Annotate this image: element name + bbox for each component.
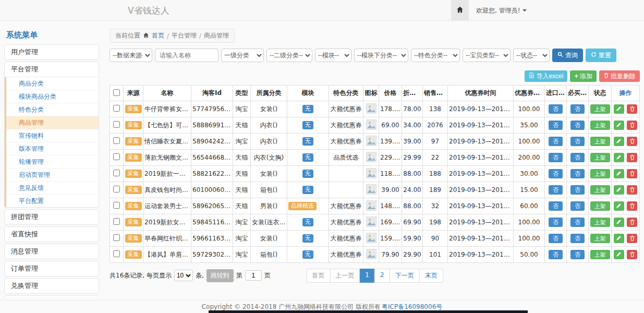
status-toggle[interactable]: 上架: [590, 250, 610, 259]
status-toggle[interactable]: 上架: [590, 185, 610, 195]
edit-button[interactable]: [614, 169, 624, 178]
must-buy-toggle[interactable]: 否: [570, 153, 585, 162]
edit-button[interactable]: [614, 185, 624, 195]
filter-select-8[interactable]: --状态--: [513, 49, 550, 62]
must-buy-toggle[interactable]: 否: [570, 121, 585, 130]
delete-button[interactable]: [627, 218, 637, 227]
breadcrumb-home-link[interactable]: 首页: [152, 31, 164, 40]
sidebar-group-item[interactable]: 兑换管理: [5, 279, 99, 293]
row-checkbox[interactable]: [113, 121, 120, 128]
filter-select-7[interactable]: --宝贝类型--: [463, 49, 511, 62]
sidebar-group-item[interactable]: 拼团管理: [5, 210, 99, 224]
filter-select-6[interactable]: --特色分类--: [411, 49, 460, 62]
edit-button[interactable]: [614, 121, 624, 130]
pagination-button[interactable]: 首页: [306, 269, 330, 283]
sidebar-group-item[interactable]: 用户管理: [5, 45, 99, 59]
pagination-button[interactable]: 2: [374, 269, 390, 283]
pagination-button[interactable]: 下一页: [390, 269, 420, 283]
per-page-select[interactable]: 10: [174, 270, 193, 281]
must-buy-toggle[interactable]: 否: [570, 137, 585, 146]
row-checkbox[interactable]: [113, 234, 120, 241]
import-select-toggle[interactable]: 否: [549, 104, 563, 114]
import-select-toggle[interactable]: 否: [549, 218, 563, 227]
row-checkbox[interactable]: [113, 250, 120, 257]
import-excel-button[interactable]: 导入excel: [525, 70, 567, 82]
status-toggle[interactable]: 上架: [590, 137, 610, 146]
import-select-toggle[interactable]: 否: [549, 153, 563, 162]
row-checkbox[interactable]: [113, 202, 120, 209]
delete-button[interactable]: [627, 185, 637, 195]
status-toggle[interactable]: 上架: [590, 218, 610, 227]
icp-link[interactable]: 粤ICP备16098006号: [382, 303, 442, 311]
filter-select-2[interactable]: 一级分类: [221, 49, 264, 62]
sidebar-sub-item[interactable]: 商品管理: [5, 116, 99, 129]
must-buy-toggle[interactable]: 否: [570, 169, 585, 178]
select-all-checkbox[interactable]: [113, 89, 120, 96]
import-select-toggle[interactable]: 否: [549, 234, 563, 243]
sidebar-sub-item[interactable]: 宣传物料: [5, 129, 99, 142]
sidebar-sub-item[interactable]: 平台配置: [5, 194, 99, 207]
jump-button[interactable]: 跳转到: [206, 269, 234, 282]
sidebar-sub-item[interactable]: 模块商品分类: [5, 90, 99, 103]
name-search-input[interactable]: [155, 49, 218, 62]
sidebar-group-item[interactable]: 省直快报: [5, 227, 99, 242]
sidebar-sub-item[interactable]: 轮播管理: [5, 155, 99, 168]
row-checkbox[interactable]: [113, 170, 120, 176]
sidebar-sub-item[interactable]: 特色分类: [5, 103, 99, 116]
sidebar-sub-item[interactable]: 版本管理: [5, 142, 99, 155]
row-checkbox[interactable]: [113, 105, 120, 112]
sidebar-group-item[interactable]: 订单管理: [5, 261, 99, 276]
reset-button[interactable]: 重置: [586, 49, 616, 62]
status-toggle[interactable]: 上架: [590, 201, 610, 211]
status-toggle[interactable]: 上架: [590, 234, 610, 243]
sidebar-group-item[interactable]: 平台管理: [5, 62, 99, 77]
import-select-toggle[interactable]: 否: [549, 201, 563, 211]
filter-select-0[interactable]: --数据来源--: [110, 49, 152, 62]
query-button[interactable]: 查询: [552, 49, 583, 62]
edit-button[interactable]: [614, 250, 624, 259]
import-select-toggle[interactable]: 否: [549, 121, 563, 130]
import-select-toggle[interactable]: 否: [549, 137, 563, 146]
filter-select-4[interactable]: --模块--: [315, 49, 351, 62]
must-buy-toggle[interactable]: 否: [570, 234, 585, 243]
delete-button[interactable]: [627, 104, 637, 114]
sidebar-sub-item[interactable]: 意见反馈: [5, 181, 99, 194]
row-checkbox[interactable]: [113, 218, 120, 225]
edit-button[interactable]: [614, 137, 624, 146]
home-button[interactable]: [451, 0, 469, 21]
batch-delete-button[interactable]: 批量删除: [599, 70, 640, 82]
sidebar-sub-item[interactable]: 启动页管理: [5, 168, 99, 181]
edit-button[interactable]: [614, 201, 624, 211]
sidebar-group-item[interactable]: [5, 296, 99, 297]
filter-select-3[interactable]: --二级分类--: [266, 49, 312, 62]
delete-button[interactable]: [627, 250, 637, 259]
delete-button[interactable]: [627, 153, 637, 162]
row-checkbox[interactable]: [113, 153, 120, 160]
delete-button[interactable]: [627, 121, 637, 130]
must-buy-toggle[interactable]: 否: [570, 250, 585, 259]
pagination-button[interactable]: 末页: [419, 269, 443, 283]
edit-button[interactable]: [614, 218, 624, 227]
import-select-toggle[interactable]: 否: [549, 169, 563, 178]
sidebar-sub-item[interactable]: 商品分类: [5, 77, 99, 90]
row-checkbox[interactable]: [113, 186, 120, 192]
pagination-button[interactable]: 1: [359, 269, 375, 283]
status-toggle[interactable]: 上架: [590, 153, 610, 162]
status-toggle[interactable]: 上架: [590, 104, 610, 114]
must-buy-toggle[interactable]: 否: [570, 218, 585, 227]
filter-select-5[interactable]: --模块下分类--: [354, 49, 408, 62]
pagination-button[interactable]: 上一页: [330, 269, 360, 283]
add-button[interactable]: + 添加: [570, 70, 597, 82]
delete-button[interactable]: [627, 137, 637, 146]
page-number-input[interactable]: [245, 270, 262, 281]
row-checkbox[interactable]: [113, 137, 120, 144]
import-select-toggle[interactable]: 否: [549, 250, 563, 259]
must-buy-toggle[interactable]: 否: [570, 104, 585, 114]
status-toggle[interactable]: 上架: [590, 169, 610, 178]
delete-button[interactable]: [627, 169, 637, 178]
edit-button[interactable]: [614, 104, 624, 114]
status-toggle[interactable]: 上架: [590, 121, 610, 130]
must-buy-toggle[interactable]: 否: [570, 201, 585, 211]
edit-button[interactable]: [614, 234, 624, 243]
delete-button[interactable]: [627, 201, 637, 211]
